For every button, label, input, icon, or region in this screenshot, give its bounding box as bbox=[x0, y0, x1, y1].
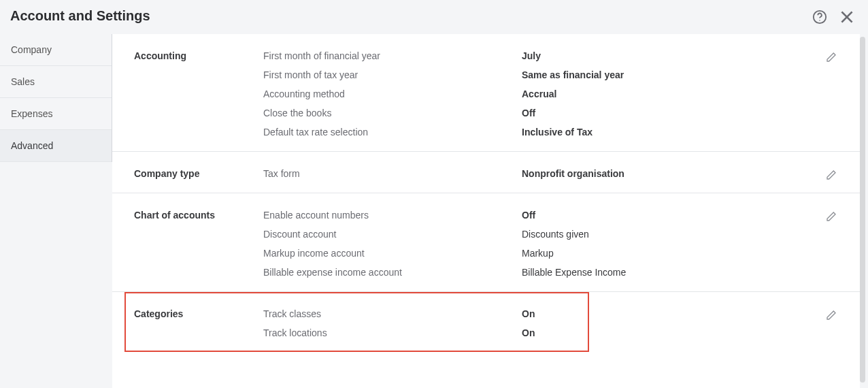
setting-value: Inclusive of Tax bbox=[522, 127, 592, 138]
setting-label: Close the books bbox=[263, 108, 522, 118]
sidebar-item-expenses[interactable]: Expenses bbox=[0, 98, 112, 130]
pencil-icon[interactable] bbox=[826, 211, 837, 225]
pencil-icon[interactable] bbox=[826, 52, 837, 65]
pencil-icon[interactable] bbox=[826, 310, 837, 323]
setting-label: Default tax rate selection bbox=[263, 127, 522, 138]
sidebar-item-company[interactable]: Company bbox=[0, 34, 112, 66]
setting-value: On bbox=[522, 308, 535, 319]
section-title: Chart of accounts bbox=[134, 210, 263, 221]
section-accounting[interactable]: Accounting First month of financial year… bbox=[112, 34, 860, 152]
section-chart-of-accounts[interactable]: Chart of accounts Enable account numbers… bbox=[112, 193, 860, 292]
sidebar-item-sales[interactable]: Sales bbox=[0, 66, 112, 98]
setting-label: Accounting method bbox=[263, 88, 522, 99]
scrollbar[interactable] bbox=[860, 37, 865, 383]
setting-label: Tax form bbox=[263, 168, 522, 179]
setting-value: Nonprofit organisation bbox=[522, 168, 624, 179]
section-title: Categories bbox=[134, 308, 263, 319]
section-categories[interactable]: Categories Track classes On Track locati… bbox=[124, 292, 589, 352]
setting-label: First month of financial year bbox=[263, 50, 522, 61]
setting-value: On bbox=[522, 327, 535, 338]
svg-point-1 bbox=[819, 20, 820, 20]
pencil-icon[interactable] bbox=[826, 169, 837, 183]
setting-value: Accrual bbox=[522, 88, 556, 99]
setting-value: Same as financial year bbox=[522, 69, 624, 80]
close-icon[interactable] bbox=[838, 8, 856, 26]
section-company-type[interactable]: Company type Tax form Nonprofit organisa… bbox=[112, 152, 860, 193]
page-title: Account and Settings bbox=[0, 0, 868, 33]
setting-label: Billable expense income account bbox=[263, 267, 522, 278]
section-title: Accounting bbox=[134, 50, 263, 61]
setting-label: Enable account numbers bbox=[263, 210, 522, 221]
sidebar: Company Sales Expenses Advanced bbox=[0, 34, 112, 162]
setting-value: Billable Expense Income bbox=[522, 267, 626, 278]
help-icon[interactable] bbox=[812, 10, 827, 25]
setting-label: Markup income account bbox=[263, 248, 522, 259]
setting-label: Track classes bbox=[263, 308, 522, 319]
settings-content: Accounting First month of financial year… bbox=[112, 34, 860, 388]
setting-value: Markup bbox=[522, 248, 554, 259]
sidebar-item-advanced[interactable]: Advanced bbox=[0, 130, 112, 162]
setting-label: Track locations bbox=[263, 327, 522, 338]
setting-label: First month of tax year bbox=[263, 69, 522, 80]
setting-label: Discount account bbox=[263, 229, 522, 240]
setting-value: Off bbox=[522, 210, 535, 221]
setting-value: Discounts given bbox=[522, 229, 589, 240]
setting-value: Off bbox=[522, 108, 535, 118]
section-title: Company type bbox=[134, 168, 263, 179]
setting-value: July bbox=[522, 50, 541, 61]
